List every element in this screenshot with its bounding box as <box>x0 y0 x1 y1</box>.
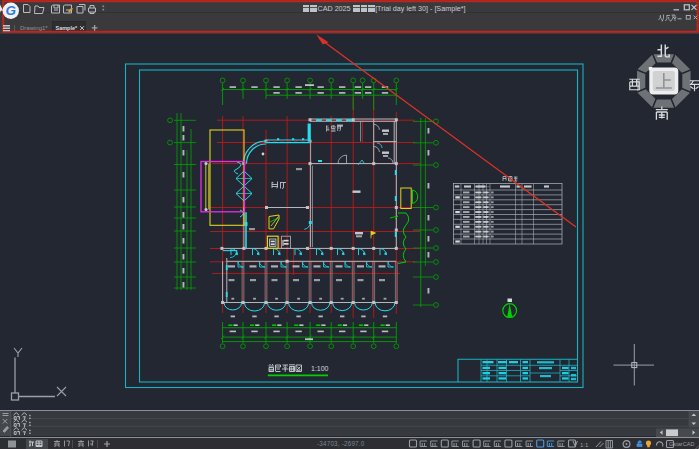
svg-text:1:1: 1:1 <box>580 441 589 447</box>
svg-text:GstarCAD: GstarCAD <box>669 441 695 447</box>
